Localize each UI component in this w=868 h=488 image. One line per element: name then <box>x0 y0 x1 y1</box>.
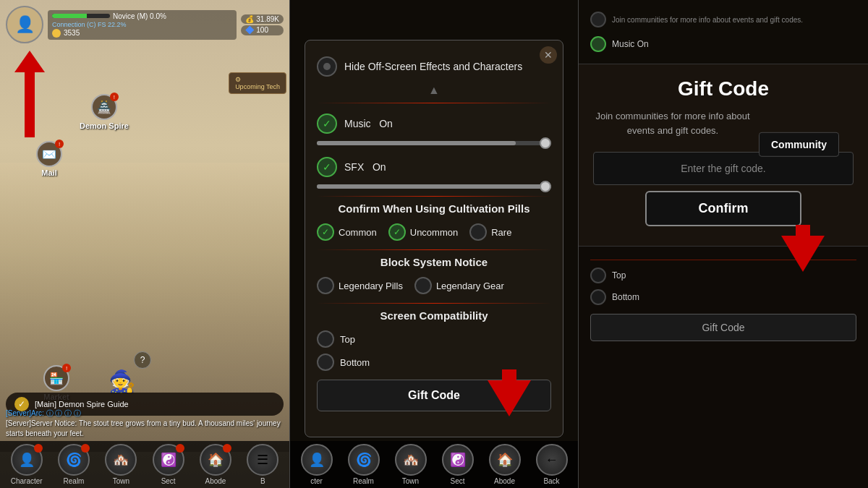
mail-badge: ! <box>55 140 64 148</box>
bottom-toggle[interactable] <box>317 354 334 371</box>
right-hide-row: Join communities for more info about eve… <box>590 9 856 30</box>
hide-offscreen-row[interactable]: Hide Off-Screen Effects and Characters <box>317 52 551 81</box>
nav-realm[interactable]: 🌀 Realm <box>58 444 90 485</box>
nav-sect[interactable]: ☯️ Sect <box>153 444 184 485</box>
coins-value: 3535 <box>64 29 80 37</box>
gift-code-content: Gift Code Join communities for more info… <box>593 77 854 226</box>
right-music-label: Music On <box>612 39 649 49</box>
screen-title: Screen Compatibility <box>317 309 551 322</box>
gem-icon <box>245 26 254 35</box>
gift-code-section: Join communities for more info about eve… <box>579 0 868 246</box>
close-icon: ✕ <box>544 49 553 61</box>
block-title: Block System Notice <box>317 256 551 268</box>
music-slider[interactable] <box>317 141 551 145</box>
hud-top: 👤 Novice (M) 0.0% Connection (C) FS 22.2… <box>6 6 284 43</box>
mid-char-icon: 👤 <box>301 444 333 476</box>
town-icon: 🏘️ <box>105 444 137 476</box>
nav-character-label: Character <box>11 477 43 485</box>
hud-currency: 💰 31.89K 100 <box>241 14 284 35</box>
hide-offscreen-toggle[interactable] <box>317 56 337 77</box>
mid-nav-abode[interactable]: 🏠 Abode <box>489 444 521 485</box>
rb-bottom-toggle <box>590 289 606 305</box>
svg-marker-0 <box>488 369 531 416</box>
rb-top-label: Top <box>612 270 626 281</box>
nav-town[interactable]: 🏘️ Town <box>105 444 137 485</box>
nav-sect-label: Sect <box>161 477 176 485</box>
right-hide-toggle <box>590 12 606 27</box>
shifu-question-bubble: ? <box>134 351 151 369</box>
nav-abode[interactable]: 🏠 Abode <box>200 444 231 485</box>
nav-abode-label: Abode <box>205 477 226 485</box>
block-legendary-gear[interactable]: Legendary Gear <box>414 277 504 294</box>
block-legendary-pills[interactable]: Legendary Pills <box>317 277 403 294</box>
bottom-label: Bottom <box>340 357 370 368</box>
nav-more[interactable]: ☰ B <box>247 444 278 485</box>
red-arrow-down <box>480 366 538 427</box>
shifu-location[interactable]: 🧙 <box>109 369 135 394</box>
mid-nav-char[interactable]: 👤 cter <box>301 444 333 485</box>
pill-rare[interactable]: Rare <box>469 223 511 241</box>
mid-town-icon: 🏘️ <box>395 444 427 476</box>
pill-uncommon[interactable]: ✓ Uncommon <box>388 223 458 241</box>
pill-common[interactable]: ✓ Common <box>317 223 377 241</box>
mid-nav-back[interactable]: ← Back <box>536 444 568 485</box>
upcoming-panel[interactable]: ⚙ Upcoming Tech <box>229 72 286 94</box>
character-icon: 👤 <box>11 444 43 476</box>
right-panel: Join communities for more info about eve… <box>579 0 868 488</box>
svg-marker-1 <box>781 225 825 272</box>
abode-badge <box>223 444 231 453</box>
pill-options: ✓ Common ✓ Uncommon Rare <box>317 221 551 244</box>
legendary-pills-toggle[interactable] <box>317 277 334 294</box>
cultivation-title: Confirm When Using Cultivation Pills <box>317 202 551 215</box>
avatar[interactable]: 👤 <box>6 6 43 43</box>
chat-name: [Server]Arc: <box>6 409 46 417</box>
mid-nav-realm[interactable]: 🌀 Realm <box>348 444 380 485</box>
uncommon-toggle[interactable]: ✓ <box>388 223 406 241</box>
mid-abode-icon: 🏠 <box>489 444 521 476</box>
common-check: ✓ <box>322 227 329 237</box>
rb-bottom-row: Bottom <box>590 286 856 308</box>
rare-toggle[interactable] <box>469 223 487 241</box>
middle-panel: ✕ Hide Off-Screen Effects and Characters… <box>289 0 579 488</box>
more-icon: ☰ <box>247 444 278 476</box>
right-bottom-section: Top Bottom Gift Code <box>579 246 868 488</box>
mid-nav-town[interactable]: 🏘️ Town <box>395 444 427 485</box>
mail-location[interactable]: ✉️ ! Mail <box>36 141 62 177</box>
community-button[interactable]: Community <box>759 132 839 157</box>
gift-input[interactable]: Enter the gift code. <box>593 152 854 185</box>
mid-realm-icon: 🌀 <box>348 444 380 476</box>
right-gift-btn[interactable]: Gift Code <box>590 314 856 341</box>
nav-realm-label: Realm <box>64 477 85 485</box>
sfx-row[interactable]: ✓ SFX On <box>317 153 551 181</box>
music-row[interactable]: ✓ Music On <box>317 109 551 138</box>
nav-more-label: B <box>260 477 265 485</box>
common-toggle[interactable]: ✓ <box>317 223 334 241</box>
right-top-preview: Join communities for more info about eve… <box>579 0 868 64</box>
hud-stats: Novice (M) 0.0% Connection (C) FS 22.2% … <box>48 10 237 40</box>
legendary-gear-toggle[interactable] <box>414 277 432 294</box>
gold-value: 31.89K <box>256 15 279 23</box>
top-label: Top <box>340 334 355 345</box>
gems-value: 100 <box>256 26 268 34</box>
confirm-button[interactable]: Confirm <box>645 191 801 226</box>
demon-spire-location[interactable]: 🏯 ! Demon Spire <box>80 94 129 130</box>
compat-top[interactable]: Top <box>317 328 551 351</box>
mid-nav-sect[interactable]: ☯️ Sect <box>442 444 474 485</box>
nav-town-label: Town <box>113 477 129 485</box>
close-button[interactable]: ✕ <box>540 46 557 64</box>
top-toggle[interactable] <box>317 330 334 348</box>
health-bar <box>52 14 110 18</box>
sfx-slider[interactable] <box>317 184 551 189</box>
nav-character[interactable]: 👤 Character <box>11 444 43 485</box>
sfx-label: SFX On <box>344 161 551 173</box>
divider-3 <box>317 249 551 250</box>
mail-label: Mail <box>41 168 56 177</box>
block-options: Legendary Pills Legendary Gear <box>317 274 551 297</box>
mail-icon: ✉️ ! <box>36 141 62 167</box>
sfx-toggle[interactable]: ✓ <box>317 157 337 177</box>
connection-label: Connection (C) FS 22.2% <box>52 21 127 28</box>
check-icon: ✓ <box>323 118 331 129</box>
music-toggle[interactable]: ✓ <box>317 114 337 134</box>
market-badge: ! <box>62 364 71 372</box>
middle-bottom-nav: 👤 cter 🌀 Realm 🏘️ Town ☯️ Sect 🏠 Abode ←… <box>290 441 578 488</box>
